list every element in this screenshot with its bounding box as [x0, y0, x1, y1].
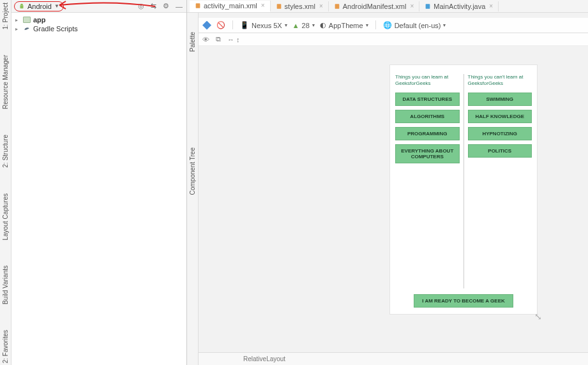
chevron-down-icon: ▼	[54, 3, 59, 9]
editor-tab[interactable]: activity_main.xml×	[190, 1, 271, 12]
svg-rect-0	[196, 3, 200, 8]
rail-structure[interactable]: 2: Structure	[2, 135, 9, 168]
design-sub-toolbar: 👁 ⧉ ↔ ↕	[199, 33, 588, 46]
svg-rect-1	[276, 4, 281, 9]
editor-tab[interactable]: AndroidManifest.xml×	[329, 1, 420, 11]
editor-tab-bar: activity_main.xml×styles.xml×AndroidMani…	[187, 0, 588, 13]
collapse-icon[interactable]: ⇆	[149, 2, 158, 10]
file-icon	[334, 3, 340, 10]
theme-selector[interactable]: ◐ AppTheme▾	[320, 21, 368, 29]
file-icon	[195, 3, 201, 9]
designer-inner-rail: Palette Component Tree	[187, 13, 199, 365]
col-divider	[464, 74, 464, 288]
api-selector[interactable]: ▲ 28▾	[292, 22, 315, 29]
preview-button[interactable]: PROGRAMMING	[395, 127, 460, 140]
editor-area: activity_main.xml×styles.xml×AndroidMani…	[187, 0, 588, 365]
resize-grip-icon[interactable]: ⤡	[534, 311, 543, 320]
gear-icon[interactable]: ⚙	[162, 2, 170, 10]
design-toolbar: 🚫 📱 Nexus 5X▾ ▲ 28▾ ◐ AppTheme▾ 🌐 Defaul…	[199, 18, 588, 33]
locale-selector[interactable]: 🌐 Default (en-us)▾	[383, 21, 446, 29]
preview-button[interactable]: EVERYTHING ABOUT COMPUTERS	[395, 144, 460, 163]
locale-label: Default (en-us)	[395, 22, 441, 29]
magnet-icon[interactable]: ⧉	[216, 35, 221, 43]
ide-left-rail: 1: Project Resource Manager 2: Structure…	[0, 0, 11, 365]
android-icon	[19, 3, 25, 10]
design-canvas[interactable]: Things you can learn at GeeksforGeeks DA…	[199, 46, 588, 352]
tree-label: Gradle Scripts	[33, 25, 78, 33]
tab-label: activity_main.xml	[204, 2, 257, 10]
preview-button[interactable]: HALF KNOWLEDGE	[468, 110, 532, 123]
pan-arrows-icon[interactable]: ↔ ↕	[227, 36, 240, 43]
rail-layout-captures[interactable]: Layout Captures	[2, 193, 9, 240]
preview-button[interactable]: SWIMMING	[468, 93, 532, 106]
close-icon[interactable]: ×	[410, 3, 414, 10]
design-surface-icon[interactable]	[202, 21, 211, 30]
eye-icon[interactable]: 👁	[202, 36, 209, 43]
editor-tab[interactable]: styles.xml×	[271, 1, 329, 11]
project-view-label: Android	[27, 3, 52, 10]
cta-row: I AM READY TO BECOME A GEEK	[390, 294, 537, 308]
tree-expand-icon[interactable]: ▸	[15, 17, 20, 23]
project-header-tools: ◎ ⇆ ⚙ —	[137, 2, 184, 10]
rail-project[interactable]: 1: Project	[2, 3, 9, 29]
svg-rect-2	[335, 4, 339, 9]
close-icon[interactable]: ×	[489, 3, 493, 10]
tree-row-gradle[interactable]: ▸ Gradle Scripts	[13, 24, 185, 33]
col-buttons: SWIMMINGHALF KNOWLEDGEHYPNOTIZINGPOLITIC…	[468, 93, 532, 158]
api-label: 28	[302, 22, 310, 29]
close-icon[interactable]: ×	[319, 3, 323, 10]
device-label: Nexus 5X	[252, 22, 282, 29]
tab-label: MainActivity.java	[433, 3, 485, 10]
editor-body: Palette Component Tree 🚫 📱 Nexus 5X▾ ▲ 2…	[187, 13, 588, 365]
designer-main: 🚫 📱 Nexus 5X▾ ▲ 28▾ ◐ AppTheme▾ 🌐 Defaul…	[199, 13, 588, 365]
hide-icon[interactable]: —	[174, 3, 184, 10]
rail-resource-manager[interactable]: Resource Manager	[2, 55, 9, 109]
preview-button[interactable]: DATA STRUCTURES	[395, 93, 460, 106]
tree-label: app	[33, 16, 46, 24]
close-icon[interactable]: ×	[261, 2, 265, 9]
folder-icon	[23, 17, 31, 23]
svg-rect-3	[426, 4, 430, 9]
theme-label: AppTheme	[329, 22, 363, 29]
device-selector[interactable]: 📱 Nexus 5X▾	[240, 21, 287, 29]
preview-col-right: Things you can't learn at GeeksforGeeks …	[468, 74, 532, 288]
rail-component-tree[interactable]: Component Tree	[189, 147, 196, 195]
status-layout: RelativeLayout	[243, 355, 285, 362]
rail-build-variants[interactable]: Build Variants	[2, 265, 9, 304]
target-icon[interactable]: ◎	[137, 2, 146, 10]
tab-label: styles.xml	[285, 3, 315, 10]
preview-button[interactable]: HYPNOTIZING	[468, 127, 532, 140]
device-preview[interactable]: Things you can learn at GeeksforGeeks DA…	[390, 65, 537, 314]
tab-label: AndroidManifest.xml	[343, 3, 407, 10]
status-bar: RelativeLayout	[199, 352, 588, 365]
col-title: Things you can learn at GeeksforGeeks	[395, 74, 460, 86]
preview-button[interactable]: POLITICS	[468, 144, 532, 158]
col-title: Things you can't learn at GeeksforGeeks	[468, 74, 532, 86]
cta-button[interactable]: I AM READY TO BECOME A GEEK	[414, 294, 513, 308]
project-tree[interactable]: ▸ app ▸ Gradle Scripts	[11, 13, 186, 365]
tree-expand-icon[interactable]: ▸	[15, 26, 20, 32]
project-tool-window: Android ▼ ◎ ⇆ ⚙ — ▸ app ▸	[11, 0, 187, 365]
rail-favorites[interactable]: 2: Favorites	[2, 330, 9, 363]
preview-col-left: Things you can learn at GeeksforGeeks DA…	[395, 74, 460, 288]
orientation-icon[interactable]: 🚫	[216, 21, 225, 29]
editor-tab[interactable]: MainActivity.java×	[419, 1, 499, 11]
file-icon	[276, 3, 282, 10]
project-header: Android ▼ ◎ ⇆ ⚙ —	[11, 0, 186, 13]
preview-content: Things you can learn at GeeksforGeeks DA…	[390, 65, 537, 288]
preview-button[interactable]: ALGORITHMS	[395, 110, 460, 123]
rail-palette[interactable]: Palette	[189, 32, 196, 52]
file-icon	[425, 3, 431, 10]
tree-row-app[interactable]: ▸ app	[13, 15, 185, 24]
project-view-selector[interactable]: Android ▼	[14, 1, 64, 11]
gradle-icon	[23, 26, 31, 32]
col-buttons: DATA STRUCTURESALGORITHMSPROGRAMMINGEVER…	[395, 93, 460, 163]
